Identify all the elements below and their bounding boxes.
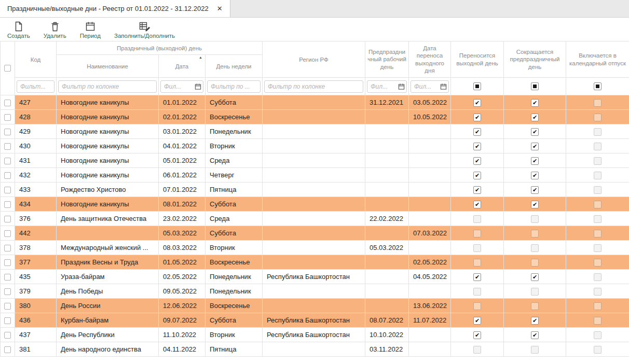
table-row[interactable]: 434Новогодние каникулы08.01.2022Суббота: [1, 197, 629, 212]
code-filter-input[interactable]: [17, 80, 54, 93]
table-row[interactable]: 429Новогодние каникулы03.01.2022Понедель…: [1, 124, 629, 139]
col-region[interactable]: Регион РФ: [263, 41, 365, 78]
shortened-checkbox[interactable]: [531, 259, 539, 267]
row-select-checkbox[interactable]: [4, 332, 11, 339]
vacation-checkbox[interactable]: [594, 114, 601, 121]
fill-button[interactable]: Заполнить/Дополнить: [114, 21, 175, 39]
table-row[interactable]: 379День Победы09.05.2022Понедельник: [1, 284, 629, 299]
row-select-checkbox[interactable]: [4, 158, 11, 164]
transferred-checkbox[interactable]: [473, 172, 481, 179]
vacation-checkbox[interactable]: [594, 317, 601, 325]
vacation-checkbox[interactable]: [594, 259, 601, 267]
shortened-checkbox[interactable]: [531, 230, 539, 237]
vacation-checkbox[interactable]: [594, 186, 601, 194]
col-preholiday[interactable]: Предпраздничный рабочий день: [365, 41, 409, 78]
table-row[interactable]: 431Новогодние каникулы05.01.2022Среда: [1, 153, 629, 168]
transferred-checkbox[interactable]: [473, 317, 481, 325]
table-row[interactable]: 381День народного единства04.11.2022Пятн…: [1, 342, 629, 357]
vacation-checkbox[interactable]: [594, 244, 601, 252]
shortened-checkbox[interactable]: [531, 172, 539, 179]
col-name[interactable]: Наименование: [57, 55, 159, 78]
transferred-checkbox[interactable]: [473, 114, 481, 121]
shortened-checkbox[interactable]: [531, 157, 539, 165]
row-select-checkbox[interactable]: [4, 346, 11, 353]
table-row[interactable]: 432Новогодние каникулы06.01.2022Четверг: [1, 168, 629, 183]
table-row[interactable]: 427Новогодние каникулы01.01.2022Суббота3…: [1, 95, 629, 110]
close-icon[interactable]: ✕: [217, 5, 223, 12]
row-select-checkbox[interactable]: [4, 172, 11, 179]
vacation-checkbox[interactable]: [594, 302, 601, 310]
create-button[interactable]: Создать: [7, 21, 30, 39]
transferred-checkbox[interactable]: [473, 346, 481, 354]
table-row[interactable]: 380День России12.06.2022Воскресенье13.06…: [1, 299, 629, 313]
period-button[interactable]: Период: [80, 21, 101, 39]
vacation-checkbox[interactable]: [594, 143, 601, 150]
vacation-checkbox[interactable]: [594, 346, 601, 354]
table-row[interactable]: 376День защитника Отечества23.02.2022Сре…: [1, 212, 629, 226]
weekday-filter-input[interactable]: [207, 80, 261, 93]
row-select-checkbox[interactable]: [4, 288, 11, 295]
col-vacation[interactable]: Включается в календарный отпуск: [566, 41, 629, 78]
row-select-checkbox[interactable]: [4, 201, 11, 208]
table-row[interactable]: 435Ураза-байрам02.05.2022ПонедельникРесп…: [1, 270, 629, 284]
transferred-checkbox[interactable]: [473, 302, 481, 310]
transferred-checkbox[interactable]: [473, 201, 481, 208]
shortened-checkbox[interactable]: [531, 288, 539, 296]
shortened-checkbox[interactable]: [531, 186, 539, 194]
shortened-checkbox[interactable]: [531, 215, 539, 223]
transferred-checkbox[interactable]: [473, 186, 481, 194]
transferred-checkbox[interactable]: [473, 288, 481, 296]
transferred-checkbox[interactable]: [473, 215, 481, 223]
row-select-checkbox[interactable]: [4, 317, 11, 324]
table-row[interactable]: 378Международный женский ...08.03.2022Вт…: [1, 241, 629, 255]
shortened-checkbox[interactable]: [531, 128, 539, 136]
table-row[interactable]: 44205.03.2022Суббота07.03.2022: [1, 226, 629, 241]
vacation-checkbox[interactable]: [594, 273, 601, 281]
table-row[interactable]: 433Рождество Христово07.01.2022Пятница: [1, 183, 629, 197]
vacation-filter-checkbox[interactable]: [594, 82, 601, 90]
shortened-checkbox[interactable]: [531, 273, 539, 281]
table-row[interactable]: 436Курбан-байрам09.07.2022СубботаРеспубл…: [1, 313, 629, 328]
transferred-checkbox[interactable]: [473, 99, 481, 107]
transferred-filter-checkbox[interactable]: [473, 82, 481, 90]
row-select-checkbox[interactable]: [4, 259, 11, 266]
row-select-checkbox[interactable]: [4, 143, 11, 150]
transferred-checkbox[interactable]: [473, 157, 481, 165]
shortened-checkbox[interactable]: [531, 317, 539, 325]
vacation-checkbox[interactable]: [594, 230, 601, 237]
shortened-checkbox[interactable]: [531, 99, 539, 107]
row-select-checkbox[interactable]: [4, 216, 11, 222]
vacation-checkbox[interactable]: [594, 157, 601, 165]
row-select-checkbox[interactable]: [4, 303, 11, 310]
col-weekday[interactable]: День недели: [206, 55, 263, 78]
col-transferred[interactable]: Переносится выходной день: [451, 41, 504, 78]
transferred-checkbox[interactable]: [473, 143, 481, 150]
vacation-checkbox[interactable]: [594, 215, 601, 223]
document-tab[interactable]: Праздничные/выходные дни - Реестр от 01.…: [0, 0, 230, 17]
select-all-checkbox[interactable]: [4, 65, 11, 72]
vacation-checkbox[interactable]: [594, 288, 601, 296]
calendar-icon[interactable]: [195, 83, 201, 90]
row-select-checkbox[interactable]: [4, 245, 11, 251]
calendar-icon[interactable]: [440, 83, 447, 90]
vacation-checkbox[interactable]: [594, 128, 601, 136]
table-row[interactable]: 377Праздник Весны и Труда01.05.2022Воскр…: [1, 255, 629, 270]
name-filter-input[interactable]: [58, 80, 157, 93]
calendar-icon[interactable]: [398, 83, 405, 90]
row-select-checkbox[interactable]: [4, 230, 11, 237]
delete-button[interactable]: Удалить: [44, 21, 66, 39]
row-select-checkbox[interactable]: [4, 129, 11, 135]
col-shortened[interactable]: Сокращается предпраздничный день: [504, 41, 566, 78]
shortened-checkbox[interactable]: [531, 143, 539, 150]
table-row[interactable]: 428Новогодние каникулы02.01.2022Воскресе…: [1, 110, 629, 124]
transferred-checkbox[interactable]: [473, 230, 481, 237]
vacation-checkbox[interactable]: [594, 99, 601, 107]
col-transfer-date[interactable]: Дата переноса выходного дня: [409, 41, 451, 78]
transferred-checkbox[interactable]: [473, 244, 481, 252]
col-date[interactable]: Дата ▲: [159, 55, 206, 78]
region-filter-input[interactable]: [264, 80, 363, 93]
vacation-checkbox[interactable]: [594, 172, 601, 179]
transferred-checkbox[interactable]: [473, 259, 481, 267]
transferred-checkbox[interactable]: [473, 273, 481, 281]
shortened-filter-checkbox[interactable]: [531, 82, 539, 90]
